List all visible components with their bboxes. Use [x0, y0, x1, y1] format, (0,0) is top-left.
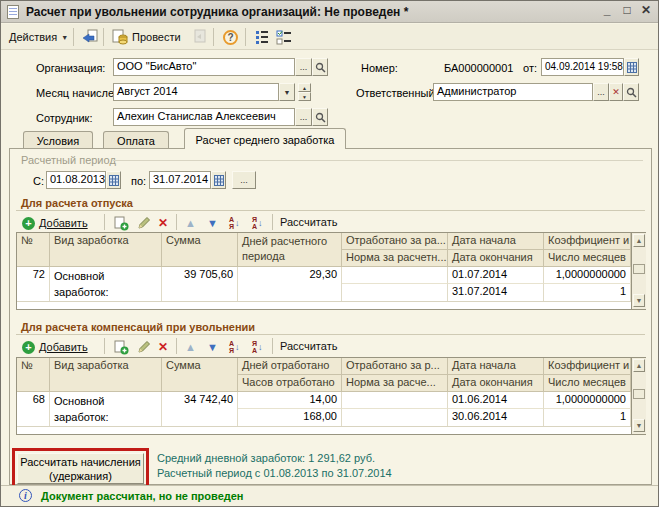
org-open-button[interactable]: [312, 58, 328, 76]
col-header-days[interactable]: Дней расчетного периода: [238, 233, 342, 267]
col-header-months[interactable]: Число месяцев: [544, 250, 631, 267]
cell-kind[interactable]: Основной заработок: индексируемый: [50, 392, 162, 426]
help-button[interactable]: ?: [220, 27, 241, 47]
period-from-input[interactable]: 01.08.2013: [46, 171, 106, 189]
calculate-accruals-button[interactable]: Рассчитать начисления (удержания): [17, 453, 144, 484]
cell-date-end[interactable]: 31.07.2014: [448, 284, 544, 301]
period-from-calendar-button[interactable]: [106, 171, 121, 189]
period-to-input[interactable]: 31.07.2014: [149, 171, 211, 189]
move-down-button[interactable]: ▼: [204, 213, 221, 233]
col-header-coef[interactable]: Коэффициент и...: [544, 233, 631, 250]
cell-worked[interactable]: [342, 267, 448, 284]
sort-asc-button[interactable]: АЯ↓: [226, 213, 243, 233]
col-header-hours-worked[interactable]: Часов отработано: [238, 375, 342, 392]
compensation-table[interactable]: № Вид заработка Сумма Дней отработано Ча…: [16, 357, 646, 435]
col-header-date-start[interactable]: Дата начала: [448, 233, 544, 250]
sort-desc-button[interactable]: ЯА↓: [249, 213, 266, 233]
list-settings-button[interactable]: [251, 27, 273, 47]
cell-num[interactable]: 72: [17, 267, 50, 301]
col-header-worked[interactable]: Отработано за ра...: [342, 233, 448, 250]
col-header-worked[interactable]: Отработано за р...: [342, 358, 448, 375]
cell-date-start[interactable]: 01.07.2014: [448, 267, 544, 284]
cell-kind[interactable]: Основной заработок: индексируемый: [50, 267, 162, 301]
move-down-button[interactable]: ▼: [204, 337, 221, 357]
tab-payment[interactable]: Оплата: [103, 131, 169, 149]
cell-norm[interactable]: [342, 409, 448, 426]
cell-days[interactable]: 29,30: [238, 267, 342, 301]
scroll-up-icon[interactable]: ▲: [633, 359, 645, 372]
period-more-button[interactable]: ...: [232, 171, 256, 189]
month-dropdown-button[interactable]: ▼: [279, 83, 295, 101]
cell-date-start[interactable]: 01.06.2014: [448, 392, 544, 409]
tab-conditions[interactable]: Условия: [23, 131, 93, 149]
tab-average-earnings[interactable]: Расчет среднего заработка: [184, 128, 346, 149]
add-row-button[interactable]: + Добавить: [19, 337, 91, 357]
col-header-sum[interactable]: Сумма: [162, 233, 238, 267]
col-header-date-start[interactable]: Дата начала: [448, 358, 544, 375]
close-button[interactable]: ✕: [637, 3, 655, 20]
scroll-up-icon[interactable]: ▲: [633, 234, 645, 247]
cell-coef[interactable]: 1,0000000000: [544, 392, 631, 409]
move-up-button[interactable]: ▲: [182, 213, 199, 233]
vacation-table[interactable]: № Вид заработка Сумма Дней расчетного пе…: [16, 232, 646, 310]
copy-row-button[interactable]: [110, 337, 132, 357]
cell-norm[interactable]: [342, 284, 448, 301]
scroll-down-icon[interactable]: ▼: [633, 294, 645, 307]
move-up-button[interactable]: ▲: [182, 337, 199, 357]
date-input[interactable]: 04.09.2014 19:58:18: [541, 58, 624, 76]
cell-hours-worked[interactable]: 168,00: [238, 409, 342, 426]
post-no-movements-button[interactable]: [189, 27, 211, 47]
employee-select-button[interactable]: ...: [295, 108, 312, 126]
org-input[interactable]: ООО "БисАвто": [113, 58, 295, 76]
month-spin-up-button[interactable]: ▲: [298, 83, 311, 92]
sort-desc-button[interactable]: ЯА↓: [249, 337, 266, 357]
col-header-coef[interactable]: Коэффициент и...: [544, 358, 631, 375]
col-header-norm[interactable]: Норма за расчетн...: [342, 250, 448, 267]
month-spin-down-button[interactable]: ▼: [298, 92, 311, 101]
delete-row-button[interactable]: ✕: [155, 337, 171, 357]
scroll-down-icon[interactable]: ▼: [633, 419, 645, 432]
col-header-sum[interactable]: Сумма: [162, 358, 238, 392]
responsible-select-button[interactable]: ...: [593, 83, 609, 101]
post-button[interactable]: Провести: [109, 27, 184, 47]
copy-row-button[interactable]: [110, 213, 132, 233]
period-to-calendar-button[interactable]: [211, 171, 226, 189]
responsible-clear-button[interactable]: ✕: [609, 83, 623, 101]
cell-days-worked[interactable]: 14,00: [238, 392, 342, 409]
month-input[interactable]: Август 2014: [113, 83, 279, 101]
calculate-button[interactable]: Рассчитать: [280, 216, 337, 228]
add-row-button[interactable]: + Добавить: [19, 213, 91, 233]
vacation-table-scrollbar[interactable]: ▲ ▼: [631, 233, 646, 309]
date-calendar-button[interactable]: [624, 58, 639, 76]
cell-num[interactable]: 68: [17, 392, 50, 426]
compensation-table-scrollbar[interactable]: ▲ ▼: [631, 358, 646, 434]
cell-sum[interactable]: 39 705,60: [162, 267, 238, 301]
cell-months[interactable]: 1: [544, 284, 631, 301]
employee-open-button[interactable]: [312, 108, 328, 126]
employee-input[interactable]: Алехин Станислав Алексеевич: [113, 108, 295, 126]
col-header-days-worked[interactable]: Дней отработано: [238, 358, 342, 375]
cell-sum[interactable]: 34 742,40: [162, 392, 238, 426]
col-header-date-end[interactable]: Дата окончания: [448, 375, 544, 392]
col-header-norm[interactable]: Норма за расче...: [342, 375, 448, 392]
cell-months[interactable]: 1: [544, 409, 631, 426]
calculate-button[interactable]: Рассчитать: [280, 340, 337, 352]
responsible-input[interactable]: Администратор: [433, 83, 593, 101]
actions-menu-button[interactable]: Действия ▼: [6, 27, 71, 47]
col-header-num[interactable]: №: [17, 233, 50, 267]
col-header-months[interactable]: Число месяцев: [544, 375, 631, 392]
responsible-open-button[interactable]: [623, 83, 639, 101]
sort-asc-button[interactable]: АЯ↓: [226, 337, 243, 357]
cell-date-end[interactable]: 30.06.2014: [448, 409, 544, 426]
cell-coef[interactable]: 1,0000000000: [544, 267, 631, 284]
org-select-button[interactable]: ...: [295, 58, 312, 76]
delete-row-button[interactable]: ✕: [155, 213, 171, 233]
col-header-date-end[interactable]: Дата окончания: [448, 250, 544, 267]
col-header-kind[interactable]: Вид заработка: [50, 233, 162, 267]
edit-row-button[interactable]: [133, 337, 155, 357]
structure-settings-button[interactable]: [273, 27, 295, 47]
cell-worked[interactable]: [342, 392, 448, 409]
edit-row-button[interactable]: [133, 213, 155, 233]
maximize-button[interactable]: □: [618, 3, 636, 20]
col-header-num[interactable]: №: [17, 358, 50, 392]
